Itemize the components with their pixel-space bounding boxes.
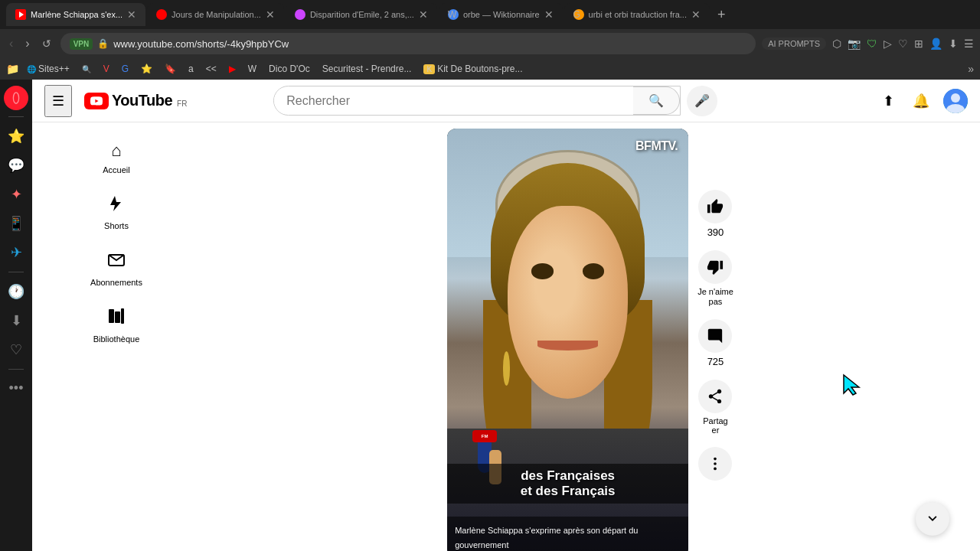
sidebar-divider2 [8, 272, 24, 272]
more-bookmarks-button[interactable]: » [968, 63, 974, 75]
youtube-logo-icon [84, 93, 109, 109]
reload-button[interactable]: ↺ [39, 34, 54, 53]
bookmark-sites[interactable]: 🌐 Sites++ [22, 62, 74, 76]
like-icon [698, 190, 732, 223]
bookmark-icon-search: 🔍 [82, 65, 91, 73]
tab-4-close[interactable]: ✕ [544, 8, 554, 21]
shield-icon[interactable]: 🛡 [867, 37, 877, 50]
sidebar-whatsapp-icon[interactable]: 📱 [3, 210, 29, 236]
sidebar-item-shorts[interactable]: Shorts [35, 184, 198, 238]
new-tab-button[interactable]: + [711, 7, 732, 23]
svg-point-13 [714, 468, 717, 471]
shorts-video-container: FM BFMTV. des Françaises et des Français… [447, 122, 733, 551]
tab-1-active[interactable]: Marlène Schiappa s'ex... ✕ [6, 3, 145, 26]
svg-point-12 [714, 463, 717, 466]
screenshot-icon[interactable]: 📷 [848, 37, 861, 50]
tab-3-title: Disparition d'Emile, 2 ans,... [310, 10, 414, 19]
bookmark-dico[interactable]: Dico D'Oc [264, 62, 315, 76]
sidebar-heart-icon[interactable]: ♡ [5, 337, 27, 363]
tab-4[interactable]: W orbe — Wiktionnaire ✕ [439, 3, 563, 26]
youtube-main-content: FM BFMTV. des Françaises et des Français… [201, 122, 980, 551]
account-icon[interactable]: 👤 [929, 37, 942, 50]
sidebar-ai-icon[interactable]: ✦ [6, 181, 27, 207]
bookmark-amzn[interactable]: a [184, 62, 198, 76]
next-video-button[interactable] [916, 502, 949, 536]
tab-1-title: Marlène Schiappa s'ex... [31, 10, 122, 19]
subtitle-line1: des Françaises [456, 468, 679, 484]
bookmark-vivaldi[interactable]: V [99, 62, 114, 76]
play-icon[interactable]: ▷ [884, 37, 892, 50]
bfmtv-watermark: BFMTV. [635, 139, 678, 153]
tab-5-close[interactable]: ✕ [691, 8, 701, 21]
bookmark-yt[interactable]: ▶ [224, 62, 240, 76]
sidebar-toggle-icon[interactable]: ⊞ [914, 37, 923, 50]
bookmark-arrow[interactable]: << [201, 62, 221, 76]
bookmarks-folder-icon[interactable]: 📁 [6, 63, 19, 75]
bookmark-securitest[interactable]: Securitest - Prendre... [318, 62, 416, 76]
share-button[interactable]: Partager [698, 380, 732, 435]
shorts-description-text: Marlène Schiappa s'exprime après son dép… [455, 526, 638, 549]
dislike-button[interactable]: Je n'aimepas [697, 250, 733, 307]
tab-4-title: orbe — Wiktionnaire [463, 10, 540, 19]
bookmark-icon-vivaldi: V [103, 64, 109, 74]
youtube-logo[interactable]: YouTube FR [84, 92, 187, 109]
comment-count: 725 [707, 356, 724, 367]
download-nav-icon[interactable]: ⬇ [949, 37, 958, 50]
tab-5-favicon: G [573, 9, 584, 20]
comment-button[interactable]: 725 [698, 319, 732, 367]
sidebar-item-bibliotheque[interactable]: Bibliothèque [35, 296, 198, 351]
youtube-upload-icon[interactable]: ⬆ [878, 88, 899, 114]
forward-button[interactable]: › [22, 34, 32, 54]
tab-5-title: urbi et orbi traduction fra... [589, 10, 687, 19]
bibliotheque-icon [107, 307, 126, 330]
tab-2[interactable]: Jours de Manipulation... ✕ [147, 3, 284, 26]
svg-point-5 [951, 93, 960, 103]
bookmark-bookmark[interactable]: 🔖 [160, 62, 181, 76]
tab-3[interactable]: Disparition d'Emile, 2 ans,... ✕ [286, 3, 437, 26]
youtube-logo-text: YouTube [112, 92, 172, 109]
dislike-icon [698, 250, 732, 284]
sidebar-star-icon[interactable]: ⭐ [3, 123, 29, 149]
sidebar-item-abonnements[interactable]: Abonnements [35, 240, 198, 295]
accueil-icon: ⌂ [111, 141, 121, 161]
sidebar-divider [8, 116, 24, 117]
tab-5[interactable]: G urbi et orbi traduction fra... ✕ [564, 3, 710, 26]
bookmark-w[interactable]: W [243, 62, 261, 76]
sidebar-telegram-icon[interactable]: ✈ [6, 240, 27, 266]
sidebar-messenger-icon[interactable]: 💬 [3, 152, 29, 178]
sidebar-more-icon[interactable]: ••• [5, 376, 28, 401]
settings-icon[interactable]: ☰ [964, 37, 974, 50]
browser-chrome: Marlène Schiappa s'ex... ✕ Jours de Mani… [0, 0, 980, 80]
tab-3-close[interactable]: ✕ [419, 8, 428, 21]
sidebar-download-icon[interactable]: ⬇ [6, 308, 27, 334]
shorts-action-buttons: 390 Je n'aimepas [688, 129, 733, 481]
sidebar-history-icon[interactable]: 🕐 [3, 279, 29, 305]
sidebar-item-accueil[interactable]: ⌂ Accueil [35, 130, 198, 182]
svg-rect-10 [121, 308, 124, 324]
back-button[interactable]: ‹ [6, 34, 16, 54]
youtube-menu-button[interactable]: ☰ [44, 85, 72, 117]
bookmark-star[interactable]: ⭐ [136, 62, 157, 76]
extensions-icon[interactable]: ⬡ [832, 37, 841, 50]
bookmark-kit[interactable]: K Kit De Boutons-pre... [419, 62, 527, 76]
youtube-search-input[interactable] [274, 88, 633, 114]
youtube-avatar[interactable] [943, 89, 968, 113]
tab-2-close[interactable]: ✕ [266, 8, 275, 21]
opera-sidebar: ⭐ 💬 ✦ 📱 ✈ 🕐 ⬇ ♡ ••• [0, 80, 32, 551]
address-bar[interactable]: VPN 🔒 www.youtube.com/shorts/-4ky9hpbYCw [60, 33, 756, 54]
more-button[interactable] [698, 447, 732, 481]
tab-bar: Marlène Schiappa s'ex... ✕ Jours de Mani… [0, 0, 980, 29]
opera-logo-icon[interactable] [4, 86, 28, 110]
youtube-search-button[interactable]: 🔍 [633, 86, 680, 115]
shorts-subtitle-overlay: des Françaises et des Français [447, 464, 688, 504]
bookmark-icon[interactable]: ♡ [898, 37, 908, 50]
youtube-notifications-icon[interactable]: 🔔 [908, 88, 934, 114]
like-button[interactable]: 390 [698, 190, 732, 238]
bookmark-icon-sites: 🌐 [27, 65, 36, 73]
bookmark-g[interactable]: G [117, 62, 133, 76]
youtube-voice-button[interactable]: 🎤 [687, 86, 717, 116]
tab-1-close[interactable]: ✕ [127, 8, 136, 21]
ai-prompts-button[interactable]: AI PROMPTS [762, 37, 826, 50]
shorts-video-player[interactable]: FM BFMTV. des Françaises et des Français… [447, 129, 688, 551]
bookmark-search[interactable]: 🔍 [77, 64, 96, 75]
